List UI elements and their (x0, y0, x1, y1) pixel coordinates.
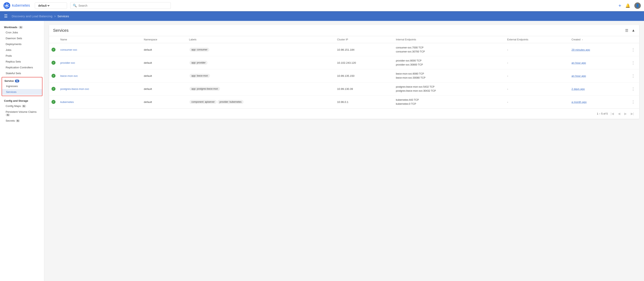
sidebar-item-stateful-sets[interactable]: Stateful Sets (0, 70, 44, 76)
first-page-button[interactable]: |◀ (610, 111, 615, 116)
cell-labels: component: apiserverprovider: kubernetes (187, 95, 335, 109)
more-button[interactable]: ⋮ (630, 99, 637, 105)
col-external-endpoints[interactable]: External Endpoints (505, 36, 569, 43)
collapse-button[interactable]: ▲ (632, 28, 635, 32)
add-button[interactable]: + (618, 3, 621, 8)
more-button[interactable]: ⋮ (630, 46, 637, 53)
search-input[interactable] (78, 4, 168, 7)
cell-more[interactable]: ⋮ (627, 43, 639, 56)
user-menu-button[interactable]: 👤 (634, 2, 641, 9)
search-bar[interactable]: 🔍 (70, 2, 171, 9)
col-cluster-ip[interactable]: Cluster IP (335, 36, 394, 43)
cell-internal-endpoints: postgres-bwce-mon-svc:5432 TCP postgres-… (394, 82, 504, 95)
created-link[interactable]: an hour ago (572, 61, 586, 64)
service-link[interactable]: postgres-bwce-mon-svc (60, 87, 89, 90)
cell-more[interactable]: ⋮ (627, 95, 639, 109)
cell-cluster-ip: 10.96.0.1 (335, 95, 394, 109)
cell-created: an hour ago (569, 69, 627, 82)
service-section-title: Service N (2, 78, 42, 83)
service-link[interactable]: bwce-mon-svc (60, 74, 78, 77)
service-link[interactable]: provider-svc (60, 61, 75, 64)
sidebar-item-pods[interactable]: Pods (0, 53, 44, 59)
layout: Workloads N Cron Jobs Daemon Sets Deploy… (0, 21, 644, 281)
next-page-button[interactable]: ▶ (623, 111, 628, 116)
service-link[interactable]: kubernetes (60, 100, 74, 103)
cell-external-endpoints: - (505, 69, 569, 82)
prev-page-button[interactable]: ◀ (617, 111, 622, 116)
created-link[interactable]: a month ago (572, 100, 586, 103)
created-link[interactable]: 2 days ago (572, 87, 585, 90)
cell-cluster-ip: 10.99.135.150 (335, 69, 394, 82)
logo: kubernetes (3, 2, 30, 9)
cell-labels: app: consumer (187, 43, 335, 56)
filter-button[interactable]: ☰ (625, 28, 628, 33)
kubernetes-logo-icon (3, 2, 10, 9)
sidebar-toggle-button[interactable]: ☰ (4, 14, 8, 18)
cell-cluster-ip: 10.99.130.39 (335, 82, 394, 95)
namespace-selector[interactable]: default (35, 2, 67, 9)
namespace-dropdown[interactable]: default (38, 4, 50, 7)
breadcrumb-parent[interactable]: Discovery and Load Balancing (12, 14, 52, 18)
sidebar-item-deployments[interactable]: Deployments (0, 41, 44, 47)
services-table: Name Namespace Labels Cluster IP Interna… (49, 36, 639, 108)
breadcrumb-current: Services (57, 14, 69, 18)
created-link[interactable]: an hour ago (572, 74, 586, 77)
col-labels[interactable]: Labels (187, 36, 335, 43)
sidebar-item-persistent-volume-claims[interactable]: Persistent Volume Claims N (0, 109, 44, 118)
panel-actions: ☰ ▲ (625, 28, 635, 33)
service-link[interactable]: consumer-svc (60, 48, 77, 51)
cell-name[interactable]: kubernetes (58, 95, 142, 109)
sidebar-item-secrets[interactable]: Secrets N (0, 118, 44, 124)
more-button[interactable]: ⋮ (630, 59, 637, 66)
cell-internal-endpoints: kubernetes:443 TCP kubernetes:0 TCP (394, 95, 504, 109)
cell-cluster-ip: 10.102.243.120 (335, 56, 394, 69)
cell-created: an hour ago (569, 56, 627, 69)
sidebar-item-daemon-sets[interactable]: Daemon Sets (0, 35, 44, 41)
breadcrumb-bar: ☰ Discovery and Load Balancing > Service… (0, 11, 644, 21)
cell-name[interactable]: postgres-bwce-mon-svc (58, 82, 142, 95)
cell-status: ✓ (49, 95, 58, 109)
sidebar-item-replica-sets[interactable]: Replica Sets (0, 59, 44, 64)
cell-name[interactable]: provider-svc (58, 56, 142, 69)
sidebar-item-ingresses[interactable]: Ingresses (2, 83, 42, 89)
sidebar-item-cron-jobs[interactable]: Cron Jobs (0, 29, 44, 35)
col-created[interactable]: Created ↑ (569, 36, 627, 43)
sidebar-item-replication-controllers[interactable]: Replication Controllers (0, 64, 44, 70)
config-section-title: Config and Storage (0, 98, 44, 103)
cell-cluster-ip: 10.98.151.184 (335, 43, 394, 56)
navbar-actions: + 🔔 👤 (618, 2, 641, 9)
service-section: Service N Ingresses Services (2, 77, 42, 96)
table-row: ✓postgres-bwce-mon-svcdefaultapp: postgr… (49, 82, 639, 95)
cell-namespace: default (142, 69, 187, 82)
breadcrumb-separator: > (54, 14, 56, 18)
cell-internal-endpoints: provider-svc:8000 TCP provider-svc:30800… (394, 56, 504, 69)
cell-more[interactable]: ⋮ (627, 56, 639, 69)
col-namespace[interactable]: Namespace (142, 36, 187, 43)
cell-more[interactable]: ⋮ (627, 69, 639, 82)
created-link[interactable]: 29 minutes ago (572, 48, 590, 51)
sidebar-item-services[interactable]: Services (2, 89, 42, 95)
cell-name[interactable]: bwce-mon-svc (58, 69, 142, 82)
sidebar-item-jobs[interactable]: Jobs (0, 47, 44, 53)
sidebar-item-config-maps[interactable]: Config Maps N (0, 103, 44, 109)
cell-created: a month ago (569, 95, 627, 109)
label-chip: app: bwce-mon (190, 74, 210, 78)
sort-arrow: ↑ (582, 38, 583, 41)
cell-internal-endpoints: bwce-mon-svc:8080 TCP bwce-mon-svc:30080… (394, 69, 504, 82)
main-content: Services ☰ ▲ Name Namespace Labels Clust… (44, 21, 644, 281)
notifications-button[interactable]: 🔔 (625, 3, 630, 8)
last-page-button[interactable]: ▶| (630, 111, 635, 116)
cell-name[interactable]: consumer-svc (58, 43, 142, 56)
more-button[interactable]: ⋮ (630, 73, 637, 79)
status-icon: ✓ (52, 74, 56, 78)
pagination: 1 – 5 of 5 |◀ ◀ ▶ ▶| (49, 108, 639, 119)
col-name[interactable]: Name (58, 36, 142, 43)
more-button[interactable]: ⋮ (630, 86, 637, 92)
logo-text: kubernetes (12, 3, 30, 8)
cell-more[interactable]: ⋮ (627, 82, 639, 95)
table-row: ✓kubernetesdefaultcomponent: apiserverpr… (49, 95, 639, 109)
navbar: kubernetes default 🔍 + 🔔 👤 (0, 0, 644, 11)
cell-created: 29 minutes ago (569, 43, 627, 56)
col-internal-endpoints[interactable]: Internal Endpoints (394, 36, 504, 43)
cell-labels: app: bwce-mon (187, 69, 335, 82)
